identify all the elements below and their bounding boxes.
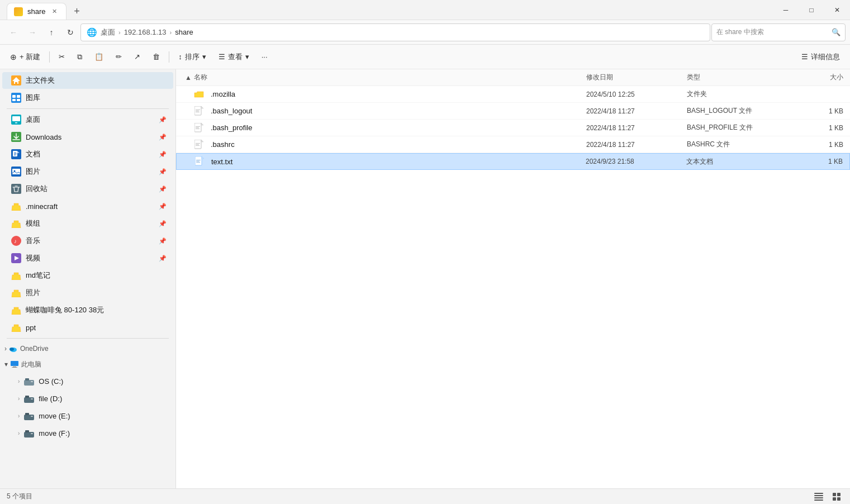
file-type-mozilla: 文件夹 [687, 89, 787, 99]
svg-marker-58 [202, 156, 204, 159]
active-tab[interactable]: share ✕ [7, 3, 67, 20]
breadcrumb-current[interactable]: share [175, 28, 193, 36]
svg-rect-41 [31, 433, 33, 434]
svg-rect-46 [196, 112, 200, 112]
svg-rect-63 [814, 495, 823, 496]
svg-rect-14 [14, 153, 16, 153]
svg-rect-61 [196, 162, 200, 163]
new-button[interactable]: ⊕ + 新建 [4, 48, 46, 66]
sidebar-item-minecraft[interactable]: .minecraft 📌 [2, 198, 173, 215]
details-button[interactable]: ☰ 详细信息 [796, 48, 846, 66]
sidebar-item-downloads[interactable]: Downloads 📌 [2, 129, 173, 145]
sidebar-divider-1 [7, 108, 169, 109]
sidebar-item-drive-f[interactable]: › move (F:) [2, 425, 173, 441]
sidebar-item-mdnotes[interactable]: md笔记 [2, 267, 173, 284]
share-button[interactable]: ↗ [129, 48, 146, 66]
sidebar-item-butterfly[interactable]: 蝴蝶咖啡兔 80-120 38元 [2, 302, 173, 318]
view-button[interactable]: ☰ 查看 ▾ [213, 48, 255, 66]
sidebar-item-drive-d[interactable]: › file (D:) [2, 390, 173, 407]
sidebar-item-photos[interactable]: 照片 [2, 284, 173, 301]
copy-button[interactable]: ⧉ [72, 48, 88, 66]
svg-rect-34 [25, 396, 29, 398]
mdnotes-icon [11, 270, 21, 280]
expand-c: › [18, 378, 20, 384]
pics-label: 图片 [26, 167, 154, 177]
tab-close-button[interactable]: ✕ [50, 7, 59, 16]
up-button[interactable]: ↑ [42, 23, 60, 41]
svg-marker-53 [201, 140, 203, 142]
view-controls [812, 490, 843, 503]
file-size-bash-profile: 1 KB [787, 124, 843, 132]
new-label: + 新建 [20, 52, 40, 62]
sidebar-item-video[interactable]: 视频 📌 [2, 250, 173, 267]
docs-label: 文档 [26, 149, 154, 159]
home-label: 主文件夹 [26, 75, 167, 85]
thispc-header[interactable]: ▾ 此电脑 [0, 356, 175, 372]
refresh-button[interactable]: ↻ [61, 23, 79, 41]
grid-view-button[interactable] [830, 490, 843, 503]
file-size-texttxt: 1 KB [787, 158, 843, 165]
svg-rect-20 [11, 184, 21, 194]
desktop-icon [11, 115, 21, 125]
sidebar-item-drive-c[interactable]: › OS (C:) [2, 373, 173, 389]
paste-icon: 📋 [94, 53, 103, 61]
photos-icon [11, 288, 21, 298]
col-date-header[interactable]: 修改日期 [586, 73, 687, 82]
file-row-mozilla[interactable]: .mozilla 2024/5/10 12:25 文件夹 [176, 86, 850, 103]
sidebar-item-pics[interactable]: 图片 📌 [2, 163, 173, 180]
sidebar-item-gallery[interactable]: 图库 [2, 89, 173, 106]
breadcrumb-sep-2: › [170, 29, 172, 36]
svg-rect-33 [24, 397, 34, 403]
svg-rect-40 [25, 430, 29, 432]
new-tab-button[interactable]: + [69, 3, 86, 20]
col-size-header[interactable]: 大小 [787, 73, 843, 82]
search-box[interactable]: 在 share 中搜索 🔍 [711, 23, 846, 41]
sidebar-item-desktop[interactable]: 桌面 📌 [2, 111, 173, 128]
forward-button[interactable]: → [23, 23, 41, 41]
cut-button[interactable]: ✂ [53, 48, 70, 66]
sort-button[interactable]: ↕ 排序 ▾ [173, 48, 212, 66]
breadcrumb-network[interactable]: 桌面 [101, 27, 115, 37]
minimize-button[interactable]: ─ [773, 0, 799, 20]
delete-button[interactable]: 🗑 [147, 48, 165, 66]
svg-rect-36 [24, 415, 34, 420]
col-name-header[interactable]: 名称 [194, 73, 586, 82]
sidebar-item-docs[interactable]: 文档 📌 [2, 146, 173, 163]
file-row-texttxt[interactable]: text.txt 2024/9/23 21:58 文本文档 1 KB [176, 153, 850, 170]
copy-icon: ⧉ [77, 53, 82, 61]
gallery-label: 图库 [26, 93, 167, 103]
rename-button[interactable]: ✏ [110, 48, 127, 66]
list-view-button[interactable] [812, 490, 825, 503]
close-button[interactable]: ✕ [824, 0, 850, 20]
back-button[interactable]: ← [4, 23, 22, 41]
paste-button[interactable]: 📋 [89, 48, 109, 66]
file-icon-texttxt [194, 156, 205, 167]
maximize-button[interactable]: □ [799, 0, 824, 20]
svg-rect-38 [31, 416, 33, 417]
search-icon: 🔍 [832, 28, 840, 36]
col-type-header[interactable]: 类型 [687, 73, 787, 82]
breadcrumb-ip[interactable]: 192.168.1.13 [124, 28, 167, 36]
svg-text:♪: ♪ [14, 238, 17, 244]
sidebar-item-drive-e[interactable]: › move (E:) [2, 407, 173, 424]
photos-label: 照片 [26, 288, 167, 298]
file-row-bash-logout[interactable]: .bash_logout 2022/4/18 11:27 BASH_LOGOUT… [176, 103, 850, 120]
sidebar-item-home[interactable]: 主文件夹 [2, 72, 173, 89]
sidebar-item-ppt[interactable]: ppt [2, 319, 173, 336]
sidebar-item-mods[interactable]: 模组 📌 [2, 215, 173, 232]
docs-pin: 📌 [159, 151, 167, 158]
file-row-bashrc[interactable]: .bashrc 2022/4/18 11:27 BASHRC 文件 1 KB [176, 136, 850, 153]
view-icon: ☰ [219, 53, 225, 61]
expand-d: › [18, 396, 20, 402]
collapse-button[interactable]: ▲ [183, 74, 194, 82]
statusbar: 5 个项目 [0, 488, 850, 504]
sidebar-item-music[interactable]: ♪ 音乐 📌 [2, 232, 173, 249]
svg-rect-54 [196, 143, 200, 144]
address-bar[interactable]: 🌐 桌面 › 192.168.1.13 › share [80, 23, 710, 41]
pics-icon [11, 167, 21, 177]
onedrive-header[interactable]: › OneDrive [0, 341, 175, 356]
sidebar-item-trash[interactable]: 回收站 📌 [2, 180, 173, 197]
trash-icon [11, 184, 21, 194]
file-row-bash-profile[interactable]: .bash_profile 2022/4/18 11:27 BASH_PROFI… [176, 120, 850, 136]
more-button[interactable]: ··· [256, 48, 273, 66]
